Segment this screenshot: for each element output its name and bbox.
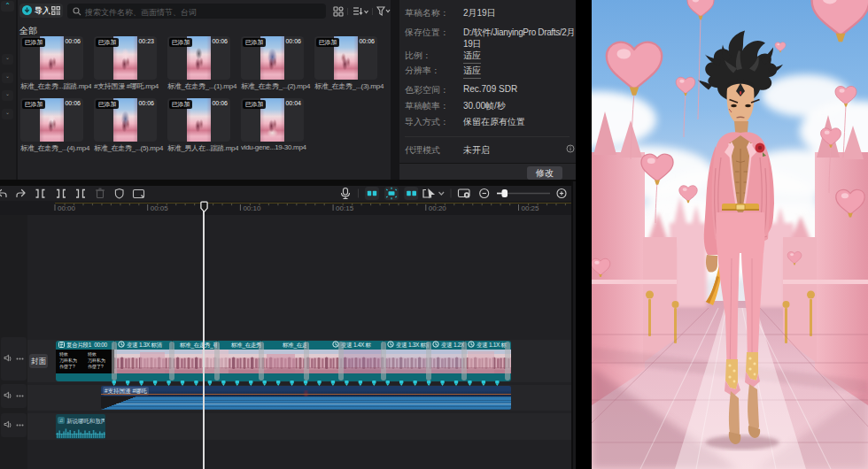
svg-text:00:10: 00:10 xyxy=(243,204,261,212)
svg-text:00:20: 00:20 xyxy=(429,204,447,212)
svg-text:00:25: 00:25 xyxy=(522,204,540,212)
svg-text:00:00: 00:00 xyxy=(58,204,76,212)
svg-text:00:05: 00:05 xyxy=(151,204,169,212)
svg-text:00:15: 00:15 xyxy=(336,204,354,212)
